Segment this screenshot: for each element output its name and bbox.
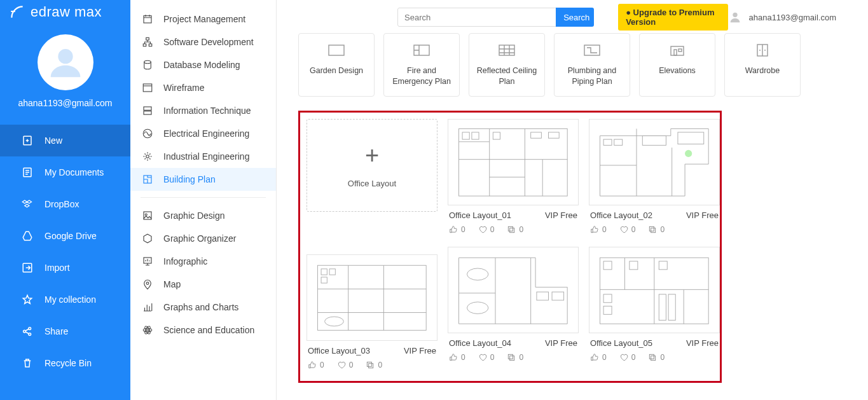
copy-stat[interactable]: 0: [366, 361, 382, 369]
nav-collection-label: My collection: [45, 294, 96, 305]
nav-gdrive-label: Google Drive: [45, 231, 97, 241]
gdrive-icon: [22, 230, 33, 242]
plus-file-icon: [22, 135, 33, 146]
template-card-03[interactable]: Office Layout_03 VIP Free 0 0 0: [307, 254, 437, 372]
svg-rect-56: [368, 362, 372, 366]
svg-rect-37: [472, 132, 479, 139]
cat-software-development[interactable]: Software Development: [130, 31, 276, 53]
svg-rect-9: [143, 44, 146, 46]
svg-point-58: [467, 302, 488, 314]
vip-badge: VIP Free: [404, 346, 436, 355]
new-template-label: Office Layout: [348, 179, 396, 188]
nav-share[interactable]: Share: [0, 315, 130, 347]
heart-stat[interactable]: 0: [619, 353, 636, 362]
template-card-02[interactable]: Office Layout_02 VIP Free 0 0 0: [589, 119, 720, 237]
tile-garden-design[interactable]: Garden Design: [298, 33, 375, 97]
database-icon: [142, 59, 153, 71]
template-card-05[interactable]: Office Layout_05 VIP Free 0 0 0: [589, 247, 720, 364]
heart-stat[interactable]: 0: [478, 353, 495, 362]
svg-rect-10: [149, 44, 152, 46]
thumbs-up-icon: [590, 353, 599, 362]
thumbs-up-icon: [590, 225, 599, 234]
user-email: ahana1193@gmail.com: [18, 98, 112, 108]
search-input[interactable]: [397, 8, 575, 27]
tile-fire-emergency[interactable]: Fire and Emergency Plan: [383, 33, 460, 97]
wardrobe-icon: [751, 41, 774, 59]
template-zone: + Office Layout Office Layout_01 V: [298, 111, 722, 383]
cat-label: Graphic Design: [163, 210, 225, 221]
tile-elevations[interactable]: Elevations: [639, 33, 715, 97]
cat-science-education[interactable]: Science and Education: [130, 319, 276, 341]
like-stat[interactable]: 0: [308, 361, 324, 369]
thumbs-up-icon: [449, 353, 458, 362]
svg-rect-18: [144, 212, 151, 219]
like-stat[interactable]: 0: [449, 225, 465, 234]
like-stat[interactable]: 0: [449, 353, 465, 362]
heart-stat[interactable]: 0: [478, 225, 495, 234]
cat-graphs-charts[interactable]: Graphs and Charts: [130, 296, 276, 319]
wave-icon: [142, 128, 153, 139]
topbar: Search ● Upgrade to Premium Version ahan…: [277, 0, 868, 33]
cat-industrial-engineering[interactable]: Industrial Engineering: [130, 145, 276, 168]
account-block[interactable]: ahana1193@gmail.com: [728, 10, 836, 24]
nav-my-collection[interactable]: My collection: [0, 284, 130, 315]
cat-building-plan[interactable]: Building Plan: [130, 168, 276, 191]
svg-rect-64: [603, 261, 612, 270]
bar-chart-icon: [142, 301, 153, 313]
svg-rect-59: [537, 292, 549, 300]
nav-import[interactable]: Import: [0, 252, 130, 284]
template-card-04[interactable]: Office Layout_04 VIP Free 0 0 0: [448, 247, 579, 364]
svg-rect-41: [510, 228, 514, 233]
nav-recycle-bin[interactable]: Recycle Bin: [0, 347, 130, 379]
nav-dropbox[interactable]: DropBox: [0, 188, 130, 220]
svg-point-0: [58, 49, 72, 64]
cat-wireframe[interactable]: Wireframe: [130, 76, 276, 99]
search-button[interactable]: Search: [556, 8, 594, 27]
like-stat[interactable]: 0: [590, 225, 607, 234]
heart-stat[interactable]: 0: [619, 225, 636, 234]
cat-label: Electrical Engineering: [163, 128, 249, 139]
heart-stat[interactable]: 0: [337, 361, 354, 369]
cat-label: Information Technique: [163, 106, 251, 116]
new-template-card[interactable]: + Office Layout: [307, 119, 437, 212]
main-pane: Search ● Upgrade to Premium Version ahan…: [277, 0, 868, 400]
copy-stat[interactable]: 0: [648, 353, 665, 362]
cat-information-technique[interactable]: Information Technique: [130, 99, 276, 122]
cat-graphic-organizer[interactable]: Graphic Organizer: [130, 227, 276, 250]
tile-reflected-ceiling[interactable]: Reflected Ceiling Plan: [469, 33, 545, 97]
template-title: Office Layout_02: [590, 210, 652, 220]
nav-new[interactable]: New: [0, 125, 130, 156]
cat-graphic-design[interactable]: Graphic Design: [130, 204, 276, 227]
svg-rect-29: [499, 45, 514, 55]
cat-project-management[interactable]: Project Management: [130, 8, 276, 31]
cat-electrical-engineering[interactable]: Electrical Engineering: [130, 122, 276, 145]
nav-my-documents[interactable]: My Documents: [0, 156, 130, 188]
cat-label: Infographic: [163, 256, 207, 266]
cat-map[interactable]: Map: [130, 273, 276, 296]
template-card-01[interactable]: Office Layout_01 VIP Free 0 0 0: [448, 119, 579, 237]
tile-plumbing-piping[interactable]: Plumbing and Piping Plan: [554, 33, 630, 97]
dropbox-icon: [22, 198, 33, 210]
avatar[interactable]: [38, 34, 93, 90]
gear-icon: [142, 151, 153, 162]
tile-wardrobe[interactable]: Wardrobe: [724, 33, 801, 97]
copy-icon: [648, 353, 657, 362]
import-icon: [22, 262, 33, 273]
cat-infographic[interactable]: Infographic: [130, 250, 276, 273]
nav-share-label: Share: [45, 326, 68, 336]
heart-icon: [619, 225, 628, 234]
upgrade-banner[interactable]: ● Upgrade to Premium Version: [618, 4, 728, 31]
plumbing-icon: [581, 41, 603, 59]
nav-google-drive[interactable]: Google Drive: [0, 220, 130, 252]
template-thumb: [448, 119, 579, 205]
copy-stat[interactable]: 0: [648, 225, 665, 234]
hierarchy-icon: [142, 36, 153, 48]
copy-stat[interactable]: 0: [507, 353, 523, 362]
like-stat[interactable]: 0: [590, 353, 607, 362]
cat-database-modeling[interactable]: Database Modeling: [130, 53, 276, 76]
svg-rect-27: [329, 45, 344, 55]
svg-point-19: [145, 214, 147, 216]
copy-stat[interactable]: 0: [507, 225, 523, 234]
tile-label: Plumbing and Piping Plan: [555, 59, 630, 87]
cat-label: Map: [163, 279, 181, 289]
